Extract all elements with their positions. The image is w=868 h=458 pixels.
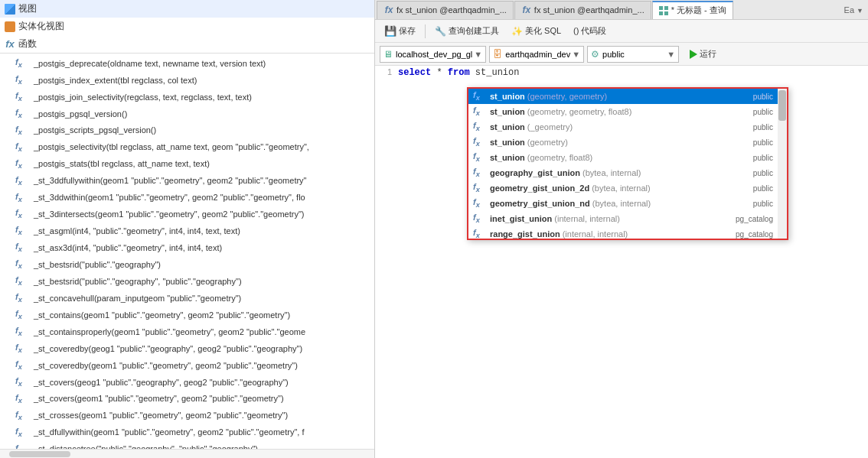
autocomplete-item[interactable]: fx st_union (geometry, float8) public (468, 150, 778, 165)
ac-func-name: range_gist_union (490, 229, 560, 239)
autocomplete-item[interactable]: fx st_union (geometry, geometry, float8)… (468, 104, 778, 119)
host-select[interactable]: 🖥 localhost_dev_pg_gl ▼ (380, 46, 486, 63)
sql-star: * (436, 67, 447, 78)
func-text: _postgis_deprecate(oldname text, newname… (34, 57, 266, 70)
function-item[interactable]: fx_postgis_index_extent(tbl regclass, co… (0, 72, 374, 89)
ac-scrollbar-thumb (778, 90, 786, 121)
fx-icon: fx (15, 391, 31, 407)
fx-tab-icon-1: fx (383, 5, 394, 15)
nav-mat-views[interactable]: 实体化视图 (0, 18, 374, 35)
tab-label-2: fx st_union @earthqadmin_... (534, 5, 644, 15)
db-select[interactable]: 🗄 earthqadmin_dev ▼ (489, 46, 584, 63)
tab-label-untitled: * 无标题 - 查询 (671, 5, 726, 16)
ac-schema: public (738, 123, 773, 132)
schema-select[interactable]: ⚙ public ▼ (587, 46, 679, 63)
function-item[interactable]: fx_st_3ddwithin(geom1 "public"."geometry… (0, 190, 374, 206)
fx-icon: fx (15, 341, 31, 356)
fx-icon: fx (15, 174, 31, 189)
autocomplete-dropdown[interactable]: fx st_union (geometry, geometry) public … (467, 87, 788, 240)
ac-func-name: st_union (490, 107, 525, 116)
ac-schema: public (738, 154, 773, 162)
ac-schema: public (738, 184, 773, 193)
function-item[interactable]: fx_postgis_pgsql_version() (0, 106, 374, 122)
autocomplete-item[interactable]: fx geometry_gist_union_2d (bytea, intern… (468, 180, 778, 196)
function-item[interactable]: fx_st_covers(geog1 "public"."geography",… (0, 374, 374, 391)
function-item[interactable]: fx_postgis_deprecate(oldname text, newna… (0, 55, 374, 72)
save-label: 保存 (399, 25, 416, 37)
save-icon: 💾 (384, 25, 396, 37)
autocomplete-item[interactable]: fx range_gist_union (internal, internal)… (468, 226, 778, 240)
sql-editor[interactable]: 1 select * from st_union fx st_union (ge… (375, 66, 868, 458)
query-tool-button[interactable]: 🔧 查询创建工具 (430, 24, 504, 38)
beautify-label: 美化 SQL (525, 25, 561, 37)
func-text: _st_bestsrid("public"."geography") (34, 258, 161, 271)
tab-st-union-2[interactable]: fx fx st_union @earthqadmin_... (514, 1, 651, 19)
beautify-button[interactable]: ✨ 美化 SQL (507, 24, 566, 38)
function-item[interactable]: fx_st_bestsrid("public"."geography") (0, 256, 374, 273)
left-nav-header: 视图 实体化视图 fx 函数 (0, 0, 374, 54)
ac-fx-icon: fx (473, 106, 487, 117)
function-item[interactable]: fx_st_bestsrid("public"."geography", "pu… (0, 273, 374, 290)
nav-views[interactable]: 视图 (0, 0, 374, 18)
schema-icon: ⚙ (591, 49, 599, 60)
ac-schema: public (738, 169, 773, 177)
autocomplete-scrollbar[interactable] (778, 89, 787, 239)
horizontal-scrollbar[interactable] (0, 449, 374, 458)
code-snippet-button[interactable]: () 代码段 (569, 24, 611, 38)
sql-table: st_union (475, 67, 520, 78)
function-item[interactable]: fx_st_3dintersects(geom1 "public"."geome… (0, 206, 374, 223)
tab-st-union-1[interactable]: fx fx st_union @earthqadmin_... (377, 1, 514, 19)
function-item[interactable]: fx_st_contains(geom1 "public"."geometry"… (0, 307, 374, 323)
fx-icon: fx (15, 240, 31, 255)
query-tool-label: 查询创建工具 (449, 25, 499, 37)
ac-fx-icon: fx (473, 167, 487, 178)
tab-untitled[interactable]: * 无标题 - 查询 (652, 1, 733, 19)
func-text: _postgis_pgsql_version() (34, 108, 127, 121)
ac-fx-icon: fx (473, 136, 487, 148)
left-panel: 视图 实体化视图 fx 函数 fx_postgis_deprecate(oldn… (0, 0, 375, 458)
func-text: _st_3ddwithin(geom1 "public"."geometry",… (34, 191, 305, 204)
autocomplete-item[interactable]: fx geography_gist_union (bytea, internal… (468, 165, 778, 180)
function-item[interactable]: fx_st_3ddfullywithin(geom1 "public"."geo… (0, 173, 374, 190)
function-item[interactable]: fx_st_asgml(int4, "public"."geometry", i… (0, 223, 374, 239)
ac-fx-icon: fx (473, 121, 487, 132)
view-icon (5, 4, 15, 15)
run-button[interactable]: 运行 (682, 47, 724, 61)
function-item[interactable]: fx_st_coveredby(geog1 "public"."geograph… (0, 340, 374, 357)
autocomplete-item[interactable]: fx st_union (geometry, geometry) public (468, 89, 778, 104)
ac-func-args: (_geometry) (527, 122, 573, 132)
autocomplete-item[interactable]: fx geometry_gist_union_nd (bytea, intern… (468, 196, 778, 211)
nav-functions-label: 函数 (18, 37, 37, 50)
function-item[interactable]: fx_st_crosses(geom1 "public"."geometry",… (0, 408, 374, 424)
expand-button[interactable]: Ea ▼ (841, 4, 866, 16)
autocomplete-item[interactable]: fx inet_gist_union (internal, internal) … (468, 211, 778, 226)
function-item[interactable]: fx_st_concavehull(param_inputgeom "publi… (0, 290, 374, 307)
schema-label: public (602, 50, 625, 59)
function-item[interactable]: fx_postgis_join_selectivity(regclass, te… (0, 89, 374, 106)
func-text: _st_bestsrid("public"."geography", "publ… (34, 275, 242, 288)
function-item[interactable]: fx_postgis_scripts_pgsql_version() (0, 122, 374, 139)
db-chevron: ▼ (572, 50, 580, 59)
func-text: _st_concavehull(param_inputgeom "public"… (34, 292, 241, 305)
ac-func-name: st_union (490, 92, 525, 101)
save-button[interactable]: 💾 保存 (380, 24, 420, 38)
fx-tab-icon-2: fx (521, 5, 532, 15)
ac-schema: public (738, 200, 773, 208)
nav-functions[interactable]: fx 函数 (0, 35, 374, 53)
func-text: _postgis_stats(tbl regclass, att_name te… (34, 158, 210, 171)
function-item[interactable]: fx_st_distancetree("public"."geography",… (0, 441, 374, 449)
function-item[interactable]: fx_st_coveredby(geom1 "public"."geometry… (0, 357, 374, 374)
function-item[interactable]: fx_st_containsproperly(geom1 "public"."g… (0, 323, 374, 340)
function-item[interactable]: fx_st_asx3d(int4, "public"."geometry", i… (0, 239, 374, 256)
autocomplete-item[interactable]: fx st_union (geometry) public (468, 135, 778, 150)
autocomplete-item[interactable]: fx st_union (_geometry) public (468, 119, 778, 135)
right-panel: fx fx st_union @earthqadmin_... fx fx st… (375, 0, 868, 458)
editor-line-1: 1 select * from st_union (375, 66, 868, 80)
func-text: _st_covers(geom1 "public"."geometry", ge… (34, 392, 284, 405)
fx-icon: fx (15, 257, 31, 272)
function-item[interactable]: fx_st_covers(geom1 "public"."geometry", … (0, 391, 374, 408)
function-item[interactable]: fx_postgis_stats(tbl regclass, att_name … (0, 156, 374, 173)
function-item[interactable]: fx_postgis_selectivity(tbl regclass, att… (0, 139, 374, 156)
func-text: _st_asgml(int4, "public"."geometry", int… (34, 225, 240, 238)
function-item[interactable]: fx_st_dfullywithin(geom1 "public"."geome… (0, 424, 374, 441)
